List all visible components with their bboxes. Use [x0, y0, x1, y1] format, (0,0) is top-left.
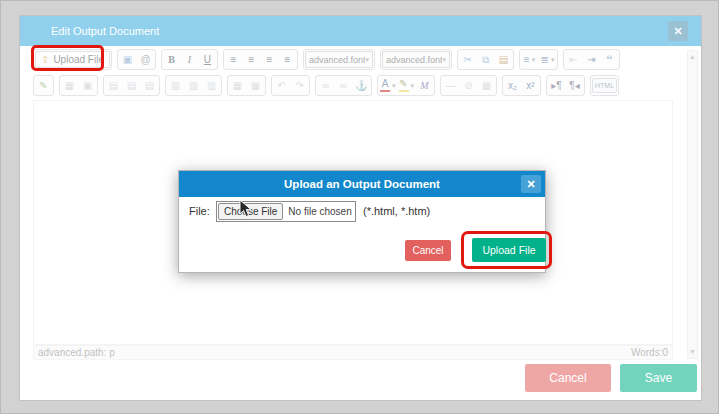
file-type-hint: (*.html, *.htm) — [363, 205, 430, 217]
no-file-chosen-label: No file chosen — [288, 206, 351, 217]
upload-output-document-dialog: Upload an Output Document ✕ File: Choose… — [178, 170, 546, 273]
dialog-cancel-button[interactable]: Cancel — [405, 240, 451, 261]
dialog-header: Upload an Output Document ✕ — [179, 171, 545, 197]
file-row: File: Choose File No file chosen (*.html… — [179, 201, 545, 223]
dialog-upload-file-button[interactable]: Upload File — [472, 238, 546, 262]
page-background: { "window": { "title": "Edit Output Docu… — [0, 0, 719, 414]
dialog-title: Upload an Output Document — [284, 178, 440, 190]
choose-file-button[interactable]: Choose File — [218, 203, 283, 220]
dialog-close-icon[interactable]: ✕ — [521, 175, 541, 193]
file-input[interactable]: Choose File No file chosen — [216, 201, 356, 222]
file-label: File: — [189, 205, 210, 217]
